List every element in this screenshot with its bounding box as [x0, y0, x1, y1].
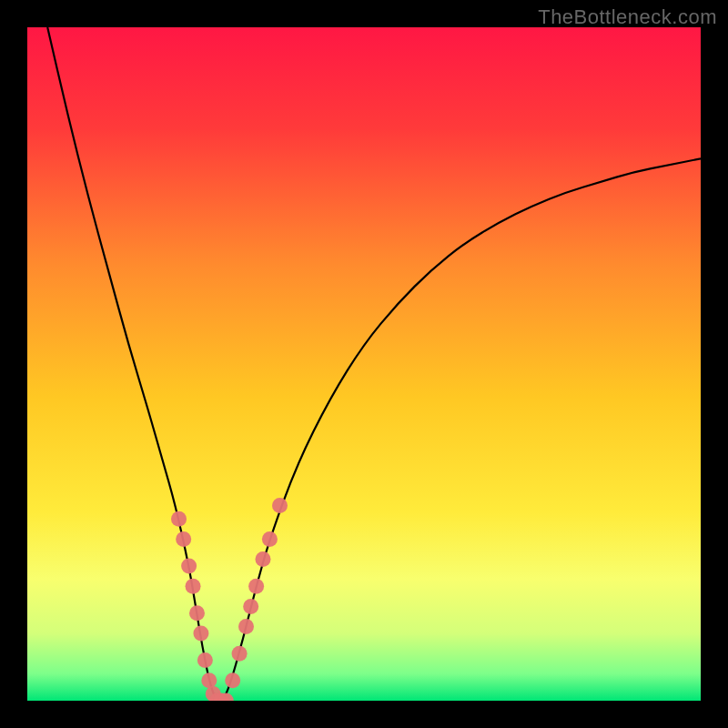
data-point — [225, 672, 240, 688]
plot-area — [27, 27, 701, 701]
data-point — [186, 579, 201, 594]
data-point — [262, 531, 278, 547]
chart-container: TheBottleneck.com — [0, 0, 728, 728]
data-point — [189, 605, 205, 621]
data-point — [201, 672, 217, 688]
gradient-background — [27, 27, 701, 701]
watermark-text: TheBottleneck.com — [538, 5, 717, 29]
data-point — [272, 498, 288, 513]
chart-svg — [27, 27, 701, 701]
data-point — [248, 579, 264, 594]
data-point — [238, 619, 254, 634]
data-point — [256, 551, 271, 567]
data-point — [171, 511, 187, 527]
data-point — [197, 652, 213, 668]
data-point — [243, 599, 258, 614]
data-point — [176, 531, 191, 547]
data-point — [181, 559, 197, 574]
data-point — [193, 626, 208, 642]
data-point — [232, 646, 248, 662]
